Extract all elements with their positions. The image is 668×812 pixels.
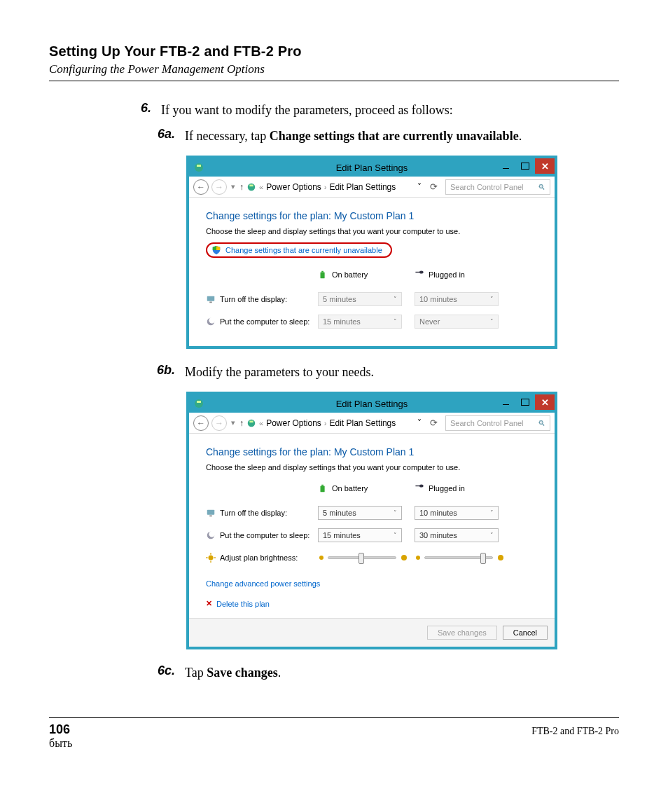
breadcrumb-bar: ← → ▾ ↑ « Power Options › Edit Plan Sett… [189,413,555,434]
plan-heading: Change settings for the plan: My Custom … [206,210,541,221]
dropdown-icon[interactable]: ▾ [230,182,237,191]
text-tail: . [278,666,281,680]
breadcrumb-seg1[interactable]: Power Options [266,418,321,428]
window-body: Change settings for the plan: My Custom … [189,198,555,346]
maximize-button[interactable] [515,158,535,174]
display-plugged-combo[interactable]: 10 minutes˅ [415,292,499,306]
advanced-settings-link[interactable]: Change advanced power settings [206,579,541,588]
settings-columns: On battery Plugged in [206,481,541,505]
sleep-battery-combo[interactable]: 15 minutes˅ [318,315,402,329]
path-dropdown-icon[interactable]: ˅ [417,182,422,192]
product-name: FTB-2 and FTB-2 Pro [531,726,619,737]
window-titlebar[interactable]: Edit Plan Settings ✕ [189,394,555,413]
row-display: Turn off the display: 5 minutes˅ 10 minu… [206,505,541,521]
row-sleep-label: Put the computer to sleep: [220,317,309,326]
window-title-text: Edit Plan Settings [336,163,408,173]
plug-icon [415,270,424,280]
combo-value: 5 minutes [323,509,356,517]
display-plugged-combo[interactable]: 10 minutes˅ [415,506,499,520]
page-number: 106 [49,722,70,737]
plan-heading: Change settings for the plan: My Custom … [206,446,541,457]
forward-button[interactable]: → [211,415,227,431]
delete-icon: ✕ [206,599,212,608]
window-controls: ✕ [496,158,555,174]
column-header-battery: On battery [318,268,409,282]
minimize-button[interactable] [496,158,515,174]
brightness-plugged-slider[interactable] [415,551,506,565]
back-button[interactable]: ← [193,179,209,195]
step-6c: 6c. Tap Save changes. [153,663,619,682]
minimize-button[interactable] [496,394,515,410]
close-button[interactable]: ✕ [535,394,555,410]
path-dropdown-icon[interactable]: ˅ [417,418,422,428]
cancel-button[interactable]: Cancel [503,626,548,640]
chevron-down-icon: ˅ [394,532,397,539]
row-display-label: Turn off the display: [220,295,287,303]
power-icon [246,182,256,192]
close-button[interactable]: ✕ [535,158,555,174]
display-battery-combo[interactable]: 5 minutes˅ [318,292,402,306]
breadcrumb-chevron-icon: « [259,183,263,191]
column-header-plugged: Plugged in [415,481,506,495]
header-plugged-text: Plugged in [429,484,465,493]
back-button[interactable]: ← [193,415,209,431]
header-battery-text: On battery [332,484,368,493]
separator-icon: › [324,183,327,191]
refresh-button[interactable]: ⟳ [427,181,440,193]
svg-point-14 [248,419,256,427]
window-titlebar[interactable]: Edit Plan Settings ✕ [189,158,555,177]
svg-rect-17 [321,485,323,486]
substep-number: 6b. [153,363,175,382]
delete-plan-link[interactable]: ✕ Delete this plan [206,599,541,608]
window-icon [193,398,204,409]
up-button[interactable]: ↑ [239,182,244,192]
substep-number: 6a. [153,127,175,146]
svg-rect-1 [197,165,201,167]
svg-point-29 [319,556,323,560]
sleep-plugged-combo[interactable]: 30 minutes˅ [415,528,499,542]
chevron-down-icon: ˅ [490,318,494,325]
text-lead: Tap [185,666,207,680]
forward-button[interactable]: → [211,179,227,195]
change-unavailable-callout[interactable]: Change settings that are currently unava… [206,242,392,258]
monitor-icon [206,508,216,518]
row-display-label: Turn off the display: [220,509,287,517]
sleep-plugged-combo[interactable]: Never˅ [415,315,499,329]
search-input[interactable]: Search Control Panel 🔍︎ [445,415,550,431]
breadcrumb-path[interactable]: « Power Options › Edit Plan Settings [259,182,415,192]
save-changes-button[interactable]: Save changes [427,626,497,640]
brightness-battery-slider[interactable] [318,551,409,565]
display-battery-combo[interactable]: 5 minutes˅ [318,506,402,520]
svg-rect-16 [321,486,325,493]
window-title-text: Edit Plan Settings [336,399,408,409]
breadcrumb-path[interactable]: « Power Options › Edit Plan Settings [259,418,415,428]
maximize-button[interactable] [515,394,535,410]
chevron-down-icon: ˅ [490,296,494,303]
breadcrumb-seg1[interactable]: Power Options [266,182,321,192]
breadcrumb-seg2[interactable]: Edit Plan Settings [330,418,396,428]
sleep-battery-combo[interactable]: 15 minutes˅ [318,528,402,542]
chevron-down-icon: ˅ [394,509,397,516]
column-header-plugged: Plugged in [415,268,506,282]
svg-rect-15 [249,420,253,422]
plug-icon [415,483,424,493]
breadcrumb-chevron-icon: « [259,419,263,427]
refresh-button[interactable]: ⟳ [427,417,440,429]
search-input[interactable]: Search Control Panel 🔍︎ [445,179,550,195]
change-unavailable-link[interactable]: Change settings that are currently unava… [225,246,382,254]
svg-rect-9 [209,302,212,303]
substep-text: Tap Save changes. [185,663,281,682]
svg-rect-20 [207,510,215,515]
breadcrumb-seg2[interactable]: Edit Plan Settings [330,182,396,192]
svg-rect-8 [207,296,215,301]
sun-large-icon [496,553,506,563]
plan-description: Choose the sleep and display settings th… [206,463,541,472]
chevron-down-icon: ˅ [490,532,494,539]
svg-point-30 [401,555,407,560]
delete-plan-text: Delete this plan [216,600,270,608]
step-6a: 6a. If necessary, tap Change settings th… [153,127,619,146]
up-button[interactable]: ↑ [239,418,244,428]
dropdown-icon[interactable]: ▾ [230,418,237,427]
text-lead: If necessary, tap [185,129,270,143]
column-header-battery: On battery [318,481,409,495]
